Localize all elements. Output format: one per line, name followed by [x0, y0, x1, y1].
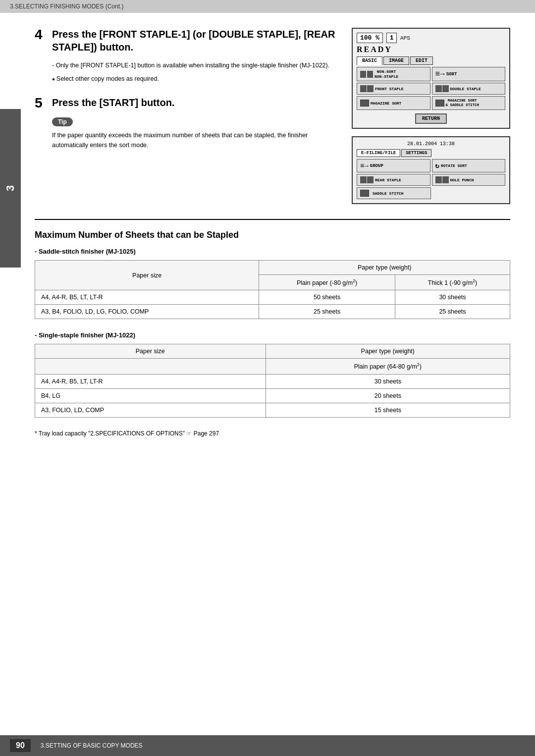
table1-col2-header: Paper type (weight)	[259, 261, 510, 275]
ui-tab-image[interactable]: IMAGE	[383, 56, 409, 65]
ui-percent: 100 %	[357, 33, 383, 43]
step4-bullet-1: Only the [FRONT STAPLE-1] button is avai…	[52, 61, 337, 70]
front-staple-icons	[360, 85, 374, 92]
table1-row1-val2: 30 sheets	[395, 290, 510, 305]
table1: Paper size Paper type (weight) Plain pap…	[35, 260, 510, 319]
section-title: Maximum Number of Sheets that can be Sta…	[35, 230, 510, 240]
ui-btn-rear-staple[interactable]: REAR STAPLE	[357, 174, 430, 186]
step4-section: 4 Press the [FRONT STAPLE-1] (or [DOUBLE…	[35, 28, 510, 204]
doc-icon-1	[360, 71, 366, 78]
rs-icon-1	[360, 176, 367, 183]
table2: Paper size Paper type (weight) Plain pap…	[35, 344, 510, 417]
side-tab-number: 3	[4, 185, 17, 191]
fs-icon-2	[367, 85, 374, 92]
ui-panel-header: 100 % 1 APS	[357, 33, 505, 43]
front-staple-label: FRONT STAPLE	[375, 87, 404, 91]
table2-col1-header: Paper size	[35, 344, 266, 359]
rotate-sort-label: ROTATE SORT	[441, 163, 467, 168]
footer-bar: 90 3.SETTING OF BASIC COPY MODES	[0, 735, 535, 756]
table1-row1-size: A4, A4-R, B5, LT, LT-R	[35, 290, 259, 305]
step5-title: Press the [START] button.	[52, 96, 174, 109]
table2-row1-size: A4, A4-R, B5, LT, LT-R	[35, 374, 266, 388]
non-sort-label: NON-SORTNON-STAPLE	[374, 69, 398, 79]
hp-icon-1	[435, 176, 442, 183]
ms-icons	[360, 100, 369, 107]
table2-row3-val1: 15 sheets	[266, 403, 510, 417]
step4-left: 4 Press the [FRONT STAPLE-1] (or [DOUBLE…	[35, 28, 337, 204]
ui-btn-double-staple[interactable]: DOUBLE STAPLE	[432, 83, 506, 95]
ui-btn-rotate-sort[interactable]: ↻ ROTATE SORT	[432, 159, 506, 172]
return-button[interactable]: RETURN	[415, 113, 447, 124]
ui-tabs: BASIC IMAGE EDIT	[357, 56, 505, 65]
hole-punch-label: HOLE PUNCH	[450, 178, 474, 182]
table1-subcol1-header: Plain paper (-80 g/m2)	[259, 275, 395, 290]
ss-icon	[360, 190, 369, 197]
ui-tab-efiling[interactable]: E-FILING/FILE	[357, 149, 400, 157]
table1-row2-size: A3, B4, FOLIO, LD, LG, FOLIO, COMP	[35, 305, 259, 319]
table-row: B4, LG 20 sheets	[35, 388, 510, 403]
group-label: GROUP	[370, 163, 383, 168]
step4-bullets: Only the [FRONT STAPLE-1] button is avai…	[52, 61, 337, 84]
rs-icon-2	[367, 176, 374, 183]
step4-number: 4	[35, 28, 47, 42]
table1-subheading: Saddle-stitch finisher (MJ-1025)	[35, 248, 510, 255]
ui-grid-row1: NON-SORTNON-STAPLE ≡→ SORT	[357, 67, 505, 81]
return-area: RETURN	[357, 112, 505, 124]
table-row: A3, B4, FOLIO, LD, LG, FOLIO, COMP 25 sh…	[35, 305, 510, 319]
ui-btn-magazine-sort[interactable]: MAGAZINE SORT	[357, 96, 430, 110]
table1-row2-val1: 25 sheets	[259, 305, 395, 319]
header-bar: 3.SELECTING FINISHING MODES (Cont.)	[0, 0, 535, 13]
step4-title: Press the [FRONT STAPLE-1] (or [DOUBLE S…	[52, 28, 337, 54]
table2-row1-val1: 30 sheets	[266, 374, 510, 388]
sort-label: SORT	[446, 72, 457, 77]
table2-col2-header: Paper type (weight)	[266, 344, 510, 359]
hp-icons	[435, 176, 449, 183]
table1-subcol2-header: Thick 1 (-90 g/m2)	[395, 275, 510, 290]
ui-btn-saddle-stitch[interactable]: SADDLE STITCH	[357, 187, 431, 199]
section-divider	[35, 219, 510, 220]
mss-icons	[435, 100, 444, 107]
ui-tab-basic[interactable]: BASIC	[357, 56, 382, 65]
ui-aps: APS	[400, 35, 410, 41]
ui-btn-hole-punch[interactable]: HOLE PUNCH	[432, 174, 506, 186]
rotate-symbol: ↻	[435, 162, 439, 170]
table2-row2-val1: 20 sheets	[266, 388, 510, 403]
table-row: A4, A4-R, B5, LT, LT-R 50 sheets 30 shee…	[35, 290, 510, 305]
header-text: 3.SELECTING FINISHING MODES (Cont.)	[10, 3, 123, 10]
table2-spacer	[35, 359, 266, 374]
ui-ready: READY	[357, 45, 505, 54]
ui-tab-settings[interactable]: SETTINGS	[401, 149, 431, 157]
table2-subheading: Single-staple finisher (MJ-1022)	[35, 331, 510, 339]
ui2-grid-row1: ≡→ GROUP ↻ ROTATE SORT	[357, 159, 505, 172]
ui-btn-sort[interactable]: ≡→ SORT	[432, 67, 506, 81]
doc-icon-2	[367, 71, 373, 78]
magazine-saddle-label: MAGAZINE SORT& SADDLE STITCH	[446, 99, 480, 108]
table2-row2-size: B4, LG	[35, 388, 266, 403]
table1-row1-val1: 50 sheets	[259, 290, 395, 305]
ui-btn-front-staple[interactable]: FRONT STAPLE	[357, 83, 430, 95]
sort-symbol: ≡→	[435, 70, 445, 79]
ui-panel-2: 28.01.2004 13:38 E-FILING/FILE SETTINGS …	[352, 136, 510, 204]
ui2-grid-row2: REAR STAPLE HOLE PUNCH	[357, 174, 505, 186]
double-staple-label: DOUBLE STAPLE	[450, 87, 481, 91]
ui-copies: 1	[386, 33, 397, 43]
side-tab: 3	[0, 109, 21, 268]
non-sort-icons	[360, 71, 373, 78]
ui-grid-row3: MAGAZINE SORT MAGAZINE SORT& SADDLE STIT…	[357, 96, 505, 110]
table2-row3-size: A3, FOLIO, LD, COMP	[35, 403, 266, 417]
step-right: 100 % 1 APS READY BASIC IMAGE EDIT	[352, 28, 510, 204]
rear-staple-label: REAR STAPLE	[375, 178, 401, 182]
ui-datetime: 28.01.2004 13:38	[357, 141, 505, 147]
ui-btn-group[interactable]: ≡→ GROUP	[357, 159, 430, 172]
ui-btn-non-sort[interactable]: NON-SORTNON-STAPLE	[357, 67, 430, 81]
footer-page: 90	[10, 739, 31, 752]
ui-tab-edit[interactable]: EDIT	[410, 56, 433, 65]
table1-row2-val2: 25 sheets	[395, 305, 510, 319]
step4-heading: 4 Press the [FRONT STAPLE-1] (or [DOUBLE…	[35, 28, 337, 54]
footnote: * Tray load capacity "2.SPECIFICATIONS O…	[35, 430, 510, 437]
saddle-stitch-label: SADDLE STITCH	[373, 191, 403, 196]
tip-text: If the paper quantity exceeds the maximu…	[52, 130, 337, 150]
group-symbol: ≡→	[360, 162, 369, 170]
mss-icon	[435, 100, 444, 107]
ui-btn-magazine-saddle[interactable]: MAGAZINE SORT& SADDLE STITCH	[432, 96, 506, 110]
